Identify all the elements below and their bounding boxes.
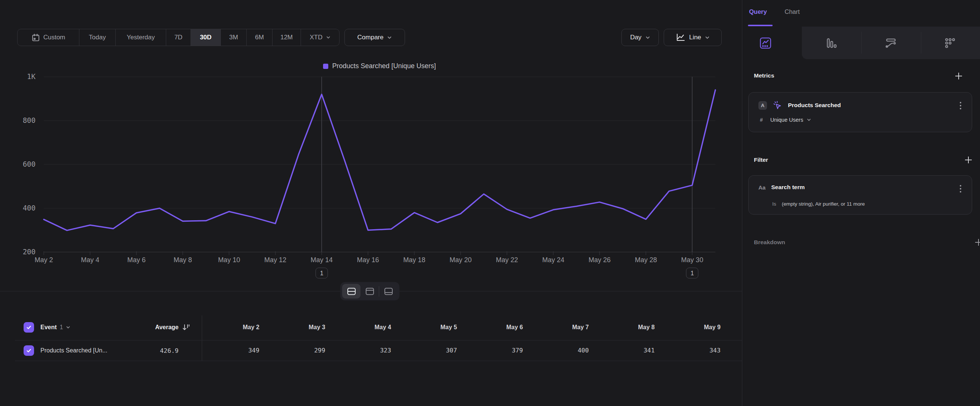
series-line[interactable] bbox=[44, 90, 715, 230]
x-tick-label: May 30 bbox=[681, 256, 703, 264]
sort-descending-icon[interactable] bbox=[182, 323, 190, 333]
day-column-header[interactable]: May 4 bbox=[334, 315, 391, 340]
row-checkbox[interactable] bbox=[24, 345, 34, 356]
average-header[interactable]: Average bbox=[112, 322, 178, 333]
report-tab-separator bbox=[921, 32, 921, 54]
row-name[interactable]: Products Searched [Un... bbox=[40, 345, 107, 356]
event-label: Event bbox=[40, 324, 57, 331]
x-tick-label: May 26 bbox=[589, 256, 611, 264]
granularity-button[interactable]: Day bbox=[621, 29, 659, 46]
metric-card[interactable]: A Products Searched # Unique Users bbox=[748, 92, 972, 132]
report-tab-separator bbox=[861, 32, 862, 54]
chevron-down-icon bbox=[645, 35, 650, 40]
granularity-label: Day bbox=[630, 34, 641, 41]
line-chart[interactable]: 1K800600400200May 2May 4May 6May 8May 10… bbox=[0, 56, 742, 291]
filter-operator[interactable]: Is bbox=[772, 201, 776, 207]
day-value-cell: 307 bbox=[399, 340, 457, 361]
annotation-badge-label: 1 bbox=[320, 270, 323, 276]
chevron-down-icon bbox=[705, 35, 710, 40]
add-metric-icon[interactable] bbox=[955, 72, 963, 80]
tab-chart[interactable]: Chart bbox=[784, 8, 800, 15]
annotation-badge-label: 1 bbox=[690, 270, 694, 276]
event-count: 1 bbox=[60, 324, 63, 331]
event-header[interactable]: Event 1 bbox=[40, 322, 70, 333]
average-label: Average bbox=[155, 324, 178, 331]
metric-letter-badge: A bbox=[758, 101, 767, 110]
tab-query[interactable]: Query bbox=[749, 8, 767, 15]
x-tick-label: May 16 bbox=[357, 256, 379, 264]
filter-heading: Filter bbox=[754, 156, 768, 163]
range-30d[interactable]: 30D bbox=[191, 29, 221, 46]
breakdown-heading: Breakdown bbox=[754, 239, 785, 246]
day-column-header[interactable]: May 5 bbox=[399, 315, 457, 340]
x-tick-label: May 14 bbox=[311, 256, 333, 264]
aggregation-selector[interactable]: Unique Users bbox=[770, 117, 811, 123]
range-xtd[interactable]: XTD bbox=[301, 29, 339, 46]
x-tick-label: May 2 bbox=[35, 256, 53, 264]
chart-top-view-button[interactable] bbox=[361, 284, 379, 299]
x-tick-label: May 4 bbox=[81, 256, 99, 264]
y-tick-label: 400 bbox=[23, 204, 35, 212]
day-value-cell: 379 bbox=[465, 340, 523, 361]
view-toggle bbox=[340, 282, 399, 300]
range-7d[interactable]: 7D bbox=[166, 29, 191, 46]
day-value-cell: 299 bbox=[268, 340, 325, 361]
day-column-header[interactable]: May 7 bbox=[531, 315, 589, 340]
compare-button[interactable]: Compare bbox=[344, 29, 405, 46]
filter-card[interactable]: Aa Search term Is (empty string), Air pu… bbox=[748, 175, 972, 215]
row-average: 426.9 bbox=[112, 345, 178, 356]
range-12m[interactable]: 12M bbox=[272, 29, 301, 46]
day-column-header[interactable]: May 2 bbox=[202, 315, 259, 340]
day-column-header[interactable]: May 6 bbox=[465, 315, 523, 340]
metric-kebab-icon[interactable] bbox=[958, 100, 963, 111]
day-column-header[interactable]: May 9 bbox=[663, 315, 721, 340]
insights-tab-icon[interactable] bbox=[759, 37, 772, 51]
x-tick-label: May 8 bbox=[174, 256, 192, 264]
range-6m[interactable]: 6M bbox=[246, 29, 272, 46]
day-value-cell: 400 bbox=[531, 340, 589, 361]
add-filter-icon[interactable] bbox=[964, 156, 972, 164]
x-tick-label: May 20 bbox=[450, 256, 472, 264]
select-all-checkbox[interactable] bbox=[24, 322, 34, 333]
day-value-cell: 349 bbox=[202, 340, 259, 361]
day-column-header[interactable]: May 3 bbox=[268, 315, 325, 340]
x-tick-label: May 18 bbox=[403, 256, 425, 264]
number-type-icon: # bbox=[760, 117, 763, 123]
range-today[interactable]: Today bbox=[79, 29, 115, 46]
chart-type-button[interactable]: Line bbox=[664, 29, 722, 46]
add-breakdown-icon[interactable] bbox=[974, 238, 980, 247]
y-tick-label: 800 bbox=[23, 116, 35, 124]
filter-value[interactable]: (empty string), Air purifier, or 11 more bbox=[782, 201, 865, 207]
x-tick-label: May 22 bbox=[496, 256, 518, 264]
funnels-tab-icon[interactable] bbox=[826, 37, 837, 50]
x-tick-label: May 10 bbox=[218, 256, 240, 264]
check-icon bbox=[26, 347, 32, 353]
event-spark-cursor-icon bbox=[773, 101, 782, 110]
flows-tab-icon[interactable] bbox=[885, 38, 897, 50]
chevron-down-icon bbox=[326, 35, 331, 40]
retention-tab-icon[interactable] bbox=[945, 37, 956, 50]
check-icon bbox=[26, 324, 32, 330]
y-tick-label: 200 bbox=[23, 248, 35, 256]
split-view-button[interactable] bbox=[342, 284, 361, 299]
x-tick-label: May 24 bbox=[542, 256, 564, 264]
y-tick-label: 1K bbox=[27, 72, 35, 81]
chevron-down-icon bbox=[807, 118, 811, 122]
day-column-header[interactable]: May 8 bbox=[597, 315, 655, 340]
chart-type-label: Line bbox=[689, 34, 701, 41]
filter-kebab-icon[interactable] bbox=[958, 183, 963, 194]
range-custom[interactable]: Custom bbox=[18, 29, 79, 46]
x-tick-label: May 6 bbox=[127, 256, 146, 264]
range-3m[interactable]: 3M bbox=[221, 29, 246, 46]
table-bottom-view-button[interactable] bbox=[379, 284, 398, 299]
string-type-icon: Aa bbox=[758, 184, 765, 191]
x-tick-label: May 12 bbox=[264, 256, 286, 264]
day-value-cell: 343 bbox=[663, 340, 721, 361]
day-value-cell: 323 bbox=[334, 340, 391, 361]
range-yesterday[interactable]: Yesterday bbox=[115, 29, 166, 46]
compare-label: Compare bbox=[358, 34, 384, 41]
table-row-border bbox=[15, 361, 742, 361]
metric-name: Products Searched bbox=[788, 102, 841, 108]
line-chart-icon bbox=[676, 33, 686, 41]
y-tick-label: 600 bbox=[23, 160, 35, 168]
